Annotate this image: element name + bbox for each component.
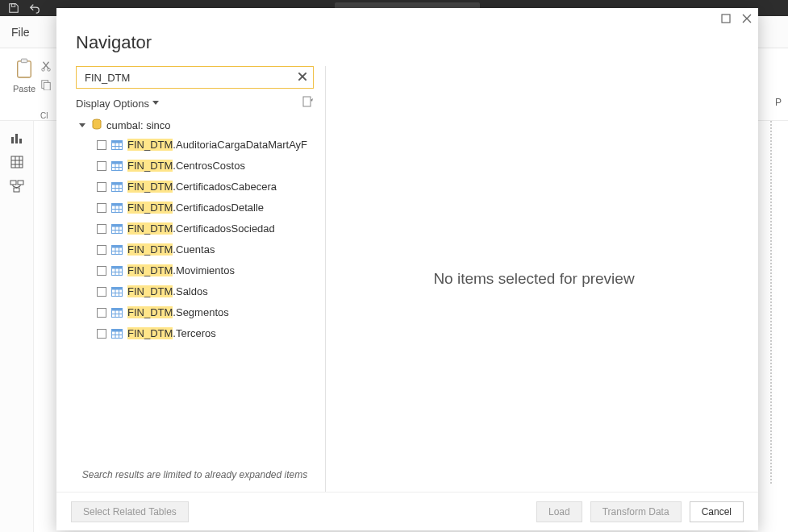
svg-rect-7 bbox=[11, 137, 14, 143]
file-tab[interactable]: File bbox=[11, 26, 30, 39]
checkbox[interactable] bbox=[97, 224, 106, 234]
tree-item[interactable]: FIN_DTM.CertificadosDetalle bbox=[76, 197, 314, 218]
tree-item[interactable]: FIN_DTM.CertificadosCabecera bbox=[76, 177, 314, 197]
undo-icon bbox=[29, 2, 40, 14]
svg-rect-22 bbox=[112, 183, 123, 185]
highlighted-match: FIN_DTM bbox=[127, 222, 173, 235]
checkbox[interactable] bbox=[97, 245, 106, 255]
tree-root-database[interactable]: cumbal: sinco bbox=[76, 116, 314, 135]
right-pane-letter: P bbox=[775, 97, 782, 108]
tree-item[interactable]: FIN_DTM.Segmentos bbox=[76, 302, 314, 323]
svg-rect-1 bbox=[18, 61, 31, 77]
tree-item-label: FIN_DTM.Cuentas bbox=[127, 243, 215, 257]
tree-item-label: FIN_DTM.CertificadosSociedad bbox=[127, 222, 275, 236]
paste-button[interactable]: Paste bbox=[8, 58, 40, 94]
transform-data-button[interactable]: Transform Data bbox=[590, 501, 682, 522]
table-icon bbox=[111, 287, 123, 297]
svg-rect-20 bbox=[112, 162, 123, 164]
view-rail bbox=[0, 121, 34, 532]
checkbox[interactable] bbox=[97, 203, 106, 213]
checkbox[interactable] bbox=[97, 266, 106, 276]
svg-rect-12 bbox=[18, 181, 23, 185]
svg-rect-14 bbox=[722, 15, 730, 23]
save-icon bbox=[8, 2, 19, 14]
display-options-dropdown[interactable]: Display Options bbox=[76, 98, 159, 110]
load-button[interactable]: Load bbox=[536, 501, 582, 522]
tree-item[interactable]: FIN_DTM.CertificadosSociedad bbox=[76, 218, 314, 239]
report-view-icon[interactable] bbox=[10, 131, 24, 145]
navigator-dialog: Navigator Display Options bbox=[56, 8, 758, 530]
copy-icon[interactable] bbox=[40, 79, 52, 94]
svg-rect-2 bbox=[21, 59, 27, 63]
tree-item-label: FIN_DTM.CertificadosDetalle bbox=[127, 201, 264, 215]
highlighted-match: FIN_DTM bbox=[127, 160, 173, 172]
tree-item-label: FIN_DTM.Terceros bbox=[127, 326, 216, 341]
chevron-down-icon bbox=[152, 101, 159, 106]
svg-rect-32 bbox=[112, 288, 123, 290]
highlighted-match: FIN_DTM bbox=[127, 202, 173, 214]
highlighted-match: FIN_DTM bbox=[127, 264, 173, 276]
display-options-label: Display Options bbox=[76, 98, 149, 110]
highlighted-match: FIN_DTM bbox=[127, 243, 173, 256]
svg-rect-30 bbox=[112, 267, 123, 269]
dialog-footer: Select Related Tables Load Transform Dat… bbox=[56, 492, 758, 530]
tree-item-label: FIN_DTM.CentrosCostos bbox=[127, 159, 245, 173]
object-tree: cumbal: sinco FIN_DTM.AuditoriaCargaData… bbox=[76, 116, 314, 459]
table-icon bbox=[111, 203, 123, 213]
maximize-icon[interactable] bbox=[721, 14, 731, 23]
tree-item-label: FIN_DTM.Movimientos bbox=[127, 264, 235, 278]
highlighted-match: FIN_DTM bbox=[127, 181, 173, 193]
search-limit-note: Search results are limited to already ex… bbox=[76, 459, 314, 492]
search-input[interactable] bbox=[83, 71, 292, 85]
cancel-button[interactable]: Cancel bbox=[690, 501, 744, 522]
database-icon bbox=[92, 118, 102, 132]
search-box[interactable] bbox=[76, 66, 314, 89]
svg-rect-18 bbox=[112, 141, 123, 143]
checkbox[interactable] bbox=[97, 182, 106, 192]
data-view-icon[interactable] bbox=[10, 155, 24, 169]
tree-item-label: FIN_DTM.Segmentos bbox=[127, 305, 229, 320]
svg-rect-24 bbox=[112, 204, 123, 206]
table-icon bbox=[111, 161, 123, 171]
table-icon bbox=[111, 308, 123, 318]
clipboard-group-label: Cl bbox=[40, 111, 48, 120]
checkbox[interactable] bbox=[97, 329, 106, 339]
tree-item-label: FIN_DTM.Saldos bbox=[127, 285, 208, 299]
navigator-left-pane: Display Options cumbal: sinco FIN_DTM.Au… bbox=[76, 66, 326, 492]
tree-item[interactable]: FIN_DTM.AuditoriaCargaDataMartAyF bbox=[76, 135, 314, 156]
tree-item[interactable]: FIN_DTM.Cuentas bbox=[76, 239, 314, 260]
close-icon[interactable] bbox=[742, 14, 752, 23]
svg-rect-6 bbox=[44, 82, 50, 90]
refresh-icon[interactable] bbox=[301, 95, 314, 111]
table-icon bbox=[111, 329, 123, 339]
checkbox[interactable] bbox=[97, 308, 106, 318]
svg-rect-11 bbox=[10, 181, 16, 185]
table-icon bbox=[111, 224, 123, 234]
svg-rect-9 bbox=[19, 139, 22, 143]
dialog-title: Navigator bbox=[56, 27, 758, 60]
preview-pane: No items selected for preview bbox=[326, 66, 742, 492]
tree-item[interactable]: FIN_DTM.CentrosCostos bbox=[76, 156, 314, 177]
right-pane-divider bbox=[770, 121, 772, 484]
cut-icon[interactable] bbox=[40, 60, 52, 75]
table-icon bbox=[111, 266, 123, 276]
tree-root-label: cumbal: sinco bbox=[106, 119, 170, 131]
highlighted-match: FIN_DTM bbox=[127, 327, 173, 339]
table-icon bbox=[111, 245, 123, 255]
clear-search-icon[interactable] bbox=[297, 71, 308, 85]
collapse-icon[interactable] bbox=[79, 123, 85, 127]
checkbox[interactable] bbox=[97, 287, 106, 297]
checkbox[interactable] bbox=[97, 140, 106, 150]
tree-item[interactable]: FIN_DTM.Terceros bbox=[76, 323, 314, 344]
svg-rect-34 bbox=[112, 309, 123, 311]
table-icon bbox=[111, 182, 123, 192]
highlighted-match: FIN_DTM bbox=[127, 139, 173, 151]
tree-item[interactable]: FIN_DTM.Saldos bbox=[76, 281, 314, 302]
svg-rect-26 bbox=[112, 225, 123, 227]
model-view-icon[interactable] bbox=[10, 179, 24, 193]
checkbox[interactable] bbox=[97, 161, 106, 171]
tree-item[interactable]: FIN_DTM.Movimientos bbox=[76, 260, 314, 281]
highlighted-match: FIN_DTM bbox=[127, 285, 173, 297]
svg-rect-0 bbox=[11, 4, 15, 7]
select-related-tables-button[interactable]: Select Related Tables bbox=[71, 501, 189, 522]
